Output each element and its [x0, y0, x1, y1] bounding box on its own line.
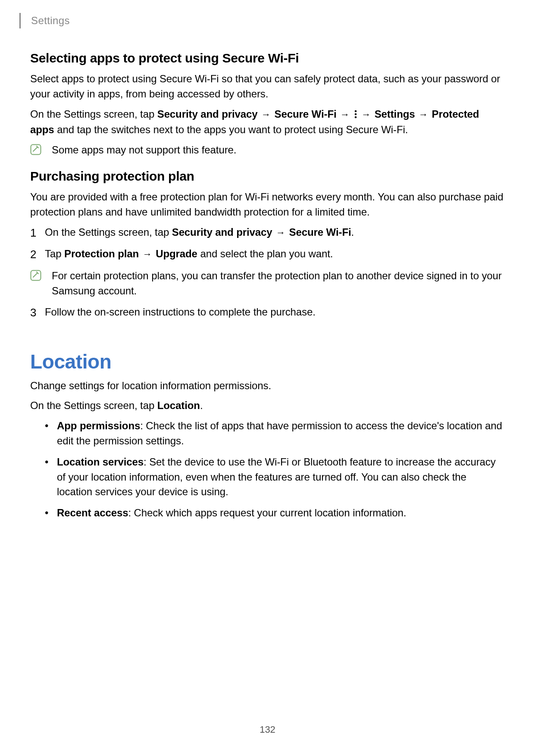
page-header: Settings — [19, 13, 70, 28]
menu-path-item: Security and privacy — [172, 226, 272, 238]
more-options-icon — [354, 108, 358, 123]
step-item: Follow the on-screen instructions to com… — [30, 305, 504, 320]
bullet-label: Location services — [57, 456, 144, 468]
text: and tap the switches next to the apps yo… — [54, 124, 408, 135]
bullet-item: App permissions: Check the list of apps … — [45, 419, 504, 449]
text: . — [351, 226, 354, 238]
note-icon — [30, 144, 41, 155]
note-text: Some apps may not support this feature. — [52, 143, 236, 158]
text: . — [200, 400, 203, 411]
svg-rect-3 — [31, 145, 41, 155]
arrow-icon: → — [360, 108, 372, 122]
svg-rect-4 — [31, 271, 41, 281]
svg-point-1 — [354, 113, 357, 115]
menu-path-item: Upgrade — [156, 248, 197, 259]
paragraph: Change settings for location information… — [30, 378, 504, 394]
bullet-label: Recent access — [57, 507, 128, 519]
paragraph: Select apps to protect using Secure Wi-F… — [30, 72, 504, 102]
note-text: For certain protection plans, you can tr… — [52, 269, 504, 299]
note-block: Some apps may not support this feature. — [30, 143, 504, 158]
header-divider — [19, 13, 21, 28]
menu-path-item: Security and privacy — [157, 108, 258, 120]
heading-secure-wifi-apps: Selecting apps to protect using Secure W… — [30, 51, 504, 66]
steps-list: On the Settings screen, tap Security and… — [30, 225, 504, 262]
arrow-icon: → — [142, 247, 153, 261]
svg-point-0 — [354, 110, 357, 112]
bullet-list: App permissions: Check the list of apps … — [45, 419, 504, 521]
arrow-icon: → — [418, 108, 429, 122]
heading-location: Location — [30, 350, 504, 373]
steps-list-continued: Follow the on-screen instructions to com… — [30, 305, 504, 320]
text: On the Settings screen, tap — [45, 226, 172, 238]
paragraph-instructions: On the Settings screen, tap Security and… — [30, 107, 504, 138]
step-item: Tap Protection plan → Upgrade and select… — [30, 247, 504, 262]
note-icon — [30, 270, 41, 281]
text: On the Settings screen, tap — [30, 108, 157, 120]
arrow-icon: → — [260, 108, 272, 122]
bullet-item: Location services: Set the device to use… — [45, 455, 504, 500]
text: Tap — [45, 248, 64, 259]
page: Settings Selecting apps to protect using… — [0, 0, 535, 756]
paragraph-instructions: On the Settings screen, tap Location. — [30, 398, 504, 413]
bullet-item: Recent access: Check which apps request … — [45, 506, 504, 521]
menu-path-item: Protection plan — [64, 248, 139, 259]
text: and select the plan you want. — [197, 248, 333, 259]
menu-path-item: Location — [157, 400, 200, 411]
note-block: For certain protection plans, you can tr… — [30, 269, 504, 299]
header-section-label: Settings — [31, 15, 70, 27]
page-content: Selecting apps to protect using Secure W… — [30, 43, 504, 527]
arrow-icon: → — [339, 108, 350, 122]
step-item: On the Settings screen, tap Security and… — [30, 225, 504, 240]
menu-path-item: Secure Wi-Fi — [275, 108, 337, 120]
text: On the Settings screen, tap — [30, 400, 157, 411]
heading-purchasing-plan: Purchasing protection plan — [30, 169, 504, 184]
menu-path-item: Secure Wi-Fi — [289, 226, 351, 238]
page-number: 132 — [0, 724, 535, 735]
svg-point-2 — [354, 116, 357, 118]
arrow-icon: → — [275, 226, 286, 240]
bullet-label: App permissions — [57, 420, 140, 431]
menu-path-item: Settings — [375, 108, 415, 120]
bullet-text: : Check which apps request your current … — [128, 507, 406, 519]
paragraph: You are provided with a free protection … — [30, 190, 504, 220]
